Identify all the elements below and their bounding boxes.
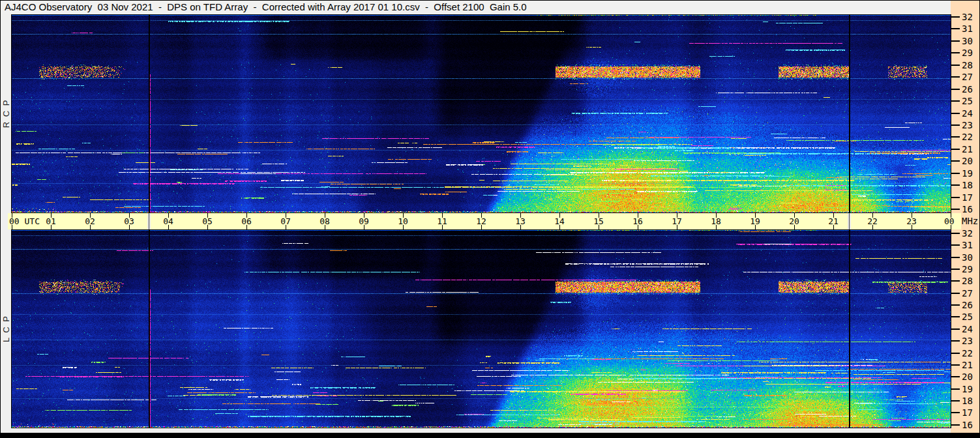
hour-label: 06 xyxy=(241,216,252,226)
freq-tick xyxy=(951,100,960,102)
freq-tick xyxy=(951,52,960,53)
hour-label: 08 xyxy=(319,216,330,226)
hour-label: 14 xyxy=(554,216,565,226)
freq-tick xyxy=(951,412,960,413)
freq-label: 18 xyxy=(962,396,973,406)
freq-tick xyxy=(951,149,960,150)
freq-label: 23 xyxy=(962,120,973,130)
hour-label: 01 xyxy=(46,216,56,226)
hour-label: 17 xyxy=(672,216,682,226)
hour-label: 15 xyxy=(593,216,604,226)
freq-tick xyxy=(951,280,960,282)
panel-label-rcp: R C P xyxy=(1,99,11,128)
freq-tick xyxy=(951,76,960,78)
hour-label: 13 xyxy=(515,216,526,226)
freq-tick xyxy=(951,184,960,186)
freq-tick xyxy=(951,209,960,210)
hour-label: 12 xyxy=(476,216,486,226)
freq-tick xyxy=(951,376,960,377)
freq-label: 21 xyxy=(962,360,973,370)
hour-label: 16 xyxy=(632,216,643,226)
freq-tick xyxy=(951,89,960,90)
freq-label: 17 xyxy=(962,192,973,203)
freq-tick xyxy=(951,233,960,234)
freq-tick xyxy=(951,293,960,294)
freq-tick xyxy=(951,257,960,258)
freq-label: 25 xyxy=(962,312,973,322)
freq-tick xyxy=(951,65,960,66)
freq-tick xyxy=(951,124,960,126)
hour-label: 07 xyxy=(280,216,291,226)
freq-label: 24 xyxy=(962,108,973,119)
freq-label: 20 xyxy=(962,372,973,382)
freq-label: 31 xyxy=(962,23,973,34)
time-axis-start-label: 00 UTC xyxy=(9,216,40,226)
footer-bar xyxy=(1,433,979,438)
spectrogram-rcp xyxy=(11,14,951,213)
spectrogram-lcp xyxy=(11,229,951,428)
hour-label: 10 xyxy=(398,216,408,226)
hour-label: 05 xyxy=(202,216,213,226)
freq-label: 22 xyxy=(962,348,973,358)
freq-tick xyxy=(951,400,960,402)
freq-tick xyxy=(951,28,960,29)
freq-tick xyxy=(951,113,960,114)
time-axis-marker-gap xyxy=(848,213,851,229)
freq-unit-label: MHz xyxy=(962,216,978,226)
freq-label: 29 xyxy=(962,48,973,58)
freq-tick xyxy=(951,328,960,330)
freq-tick xyxy=(951,244,960,246)
hour-label: 23 xyxy=(906,216,917,226)
freq-label: 24 xyxy=(962,324,973,334)
hour-label: 18 xyxy=(711,216,721,226)
freq-tick xyxy=(951,269,960,270)
freq-tick xyxy=(951,160,960,162)
freq-label: 27 xyxy=(962,288,973,299)
title-bar: AJ4CO Observatory 03 Nov 2021 - DPS on T… xyxy=(1,1,951,14)
freq-tick xyxy=(951,388,960,390)
hour-label: 03 xyxy=(124,216,134,226)
freq-label: 28 xyxy=(962,60,973,70)
freq-tick xyxy=(951,40,960,42)
freq-label: 17 xyxy=(962,407,973,418)
hour-label: 19 xyxy=(750,216,760,226)
freq-label: 26 xyxy=(962,300,973,310)
freq-tick xyxy=(951,173,960,174)
freq-label: 23 xyxy=(962,336,973,346)
panel-label-lcp: L C P xyxy=(1,315,11,342)
app-window: AJ4CO Observatory 03 Nov 2021 - DPS on T… xyxy=(0,0,980,438)
freq-label: 16 xyxy=(962,204,973,214)
freq-label: 27 xyxy=(962,72,973,82)
freq-label: 25 xyxy=(962,96,973,106)
hour-label: 11 xyxy=(437,216,447,226)
freq-label: 28 xyxy=(962,276,973,286)
freq-label: 18 xyxy=(962,180,973,190)
freq-label: 30 xyxy=(962,252,973,263)
freq-label: 22 xyxy=(962,132,973,142)
freq-tick xyxy=(951,136,960,138)
freq-tick xyxy=(951,316,960,317)
freq-label: 16 xyxy=(962,420,973,430)
time-axis-end-label: 00 xyxy=(944,216,955,226)
freq-tick xyxy=(951,424,960,426)
hour-label: 04 xyxy=(163,216,173,226)
freq-tick xyxy=(951,16,960,18)
time-axis-marker-gap xyxy=(147,213,151,229)
window-title: AJ4CO Observatory 03 Nov 2021 - DPS on T… xyxy=(5,1,527,12)
freq-tick xyxy=(951,353,960,354)
hour-label: 22 xyxy=(867,216,878,226)
freq-label: 19 xyxy=(962,384,973,394)
freq-label: 31 xyxy=(962,240,973,250)
freq-label: 32 xyxy=(962,12,973,22)
freq-label: 26 xyxy=(962,84,973,95)
freq-tick xyxy=(951,304,960,306)
freq-label: 29 xyxy=(962,264,973,274)
freq-label: 19 xyxy=(962,168,973,179)
hour-label: 21 xyxy=(828,216,839,226)
hour-label: 02 xyxy=(85,216,95,226)
freq-tick xyxy=(951,340,960,342)
freq-tick xyxy=(951,197,960,198)
freq-tick xyxy=(951,364,960,366)
hour-label: 09 xyxy=(359,216,369,226)
freq-label: 21 xyxy=(962,144,973,154)
